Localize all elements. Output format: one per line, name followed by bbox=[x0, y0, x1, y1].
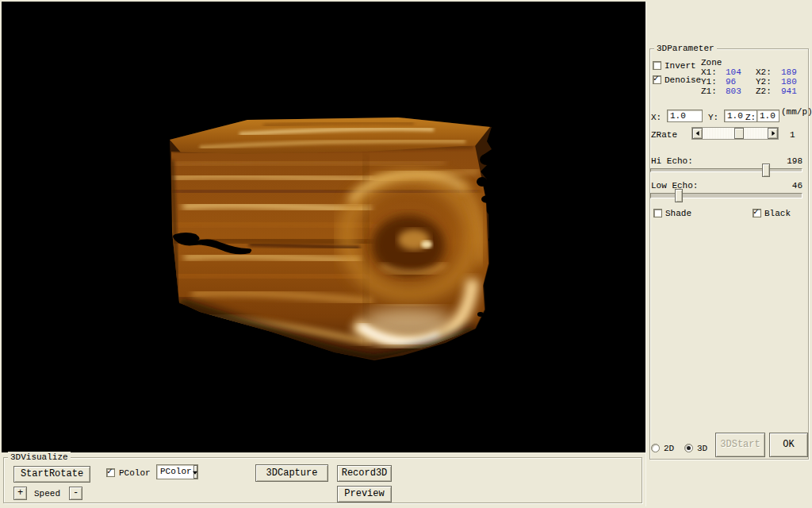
zone-y1-value: 96 bbox=[726, 77, 736, 87]
zone-x2-label: X2: bbox=[756, 67, 772, 77]
mode-2d-radio[interactable] bbox=[651, 444, 660, 452]
zone-z2-value: 941 bbox=[781, 87, 797, 96]
checkmark-icon: ✓ bbox=[107, 467, 113, 477]
hi-echo-thumb[interactable] bbox=[762, 164, 770, 177]
render-viewport[interactable] bbox=[2, 2, 645, 452]
volume-render[interactable] bbox=[2, 2, 645, 452]
pcolor-dropdown-value: PColor bbox=[157, 465, 193, 479]
pcolor-dropdown[interactable]: PColor bbox=[156, 464, 198, 479]
zrate-scrollbar[interactable] bbox=[691, 127, 779, 140]
mode-2d-label: 2D bbox=[664, 444, 674, 453]
checkmark-icon: ✓ bbox=[653, 74, 659, 84]
start-rotate-button[interactable]: StartRotate bbox=[13, 466, 90, 483]
invert-checkbox[interactable]: ✓ bbox=[653, 61, 661, 70]
checkmark-icon: ✓ bbox=[753, 207, 759, 217]
low-echo-value: 46 bbox=[792, 181, 802, 190]
hi-echo-slider-track[interactable] bbox=[650, 168, 802, 172]
radio-dot-icon bbox=[687, 446, 691, 450]
zone-x1-value: 104 bbox=[726, 67, 741, 77]
pcolor-checkbox[interactable]: ✓ bbox=[106, 468, 115, 477]
low-echo-thumb[interactable] bbox=[675, 189, 683, 202]
ok-button[interactable]: OK bbox=[769, 433, 808, 457]
mode-3d-radio[interactable] bbox=[684, 444, 693, 452]
zone-x1-label: X1: bbox=[701, 67, 717, 77]
zrate-track[interactable] bbox=[703, 128, 768, 139]
visualize-groupbox: 3DVisualize StartRotate + Speed - ✓ PCol… bbox=[3, 457, 642, 503]
voxel-x-input[interactable] bbox=[667, 110, 703, 122]
parameter-panel: 3DParameter ✓ Invert ✓ Denoise Zone X1: … bbox=[645, 2, 810, 506]
black-checkbox[interactable]: ✓ bbox=[753, 209, 761, 217]
zone-x2-value: 189 bbox=[781, 67, 797, 77]
start-3d-button[interactable]: 3DStart bbox=[715, 433, 765, 457]
invert-label: Invert bbox=[665, 61, 696, 71]
voxel-x-label: X: bbox=[651, 113, 661, 122]
preview-button[interactable]: Preview bbox=[337, 486, 392, 502]
voxel-unit-label: (mm/p) bbox=[781, 107, 812, 117]
zrate-label: ZRate bbox=[651, 130, 677, 140]
zone-label: Zone bbox=[701, 58, 722, 67]
denoise-label: Denoise bbox=[665, 75, 701, 85]
speed-label: Speed bbox=[34, 489, 60, 498]
voxel-y-label: Y: bbox=[708, 113, 718, 122]
dropdown-arrow-icon[interactable] bbox=[193, 465, 197, 479]
parameter-group-title: 3DParameter bbox=[654, 43, 717, 54]
low-echo-slider-track[interactable] bbox=[650, 193, 802, 198]
pcolor-label: PColor bbox=[119, 468, 151, 478]
visualize-group-title: 3DVisualize bbox=[8, 452, 71, 463]
zone-z1-value: 803 bbox=[726, 87, 741, 96]
zrate-right-arrow-icon[interactable] bbox=[768, 128, 778, 139]
shade-label: Shade bbox=[665, 209, 691, 218]
mode-3d-label: 3D bbox=[697, 444, 707, 453]
denoise-checkbox[interactable]: ✓ bbox=[653, 75, 661, 84]
voxel-z-input[interactable] bbox=[756, 110, 779, 122]
voxel-z-label: Z: bbox=[745, 113, 756, 122]
zrate-left-arrow-icon[interactable] bbox=[692, 128, 703, 139]
zone-y2-label: Y2: bbox=[756, 77, 772, 87]
zone-y1-label: Y1: bbox=[701, 77, 717, 87]
app-window: 3DParameter ✓ Invert ✓ Denoise Zone X1: … bbox=[0, 0, 812, 508]
zrate-value: 1 bbox=[790, 130, 795, 140]
speed-minus-button[interactable]: - bbox=[69, 487, 82, 500]
visualize-panel: 3DVisualize StartRotate + Speed - ✓ PCol… bbox=[2, 452, 645, 506]
shade-checkbox[interactable]: ✓ bbox=[653, 209, 662, 217]
speed-plus-button[interactable]: + bbox=[13, 487, 27, 500]
capture-3d-button[interactable]: 3DCapture bbox=[255, 464, 328, 482]
parameter-groupbox: 3DParameter ✓ Invert ✓ Denoise Zone X1: … bbox=[649, 48, 809, 460]
zrate-thumb[interactable] bbox=[734, 128, 744, 139]
hi-echo-value: 198 bbox=[787, 156, 802, 166]
zone-z1-label: Z1: bbox=[701, 87, 717, 96]
record-3d-button[interactable]: Record3D bbox=[337, 465, 392, 482]
black-label: Black bbox=[764, 209, 791, 218]
hi-echo-label: Hi Echo: bbox=[651, 156, 693, 166]
zone-y2-value: 180 bbox=[781, 77, 797, 87]
zone-z2-label: Z2: bbox=[756, 87, 772, 96]
